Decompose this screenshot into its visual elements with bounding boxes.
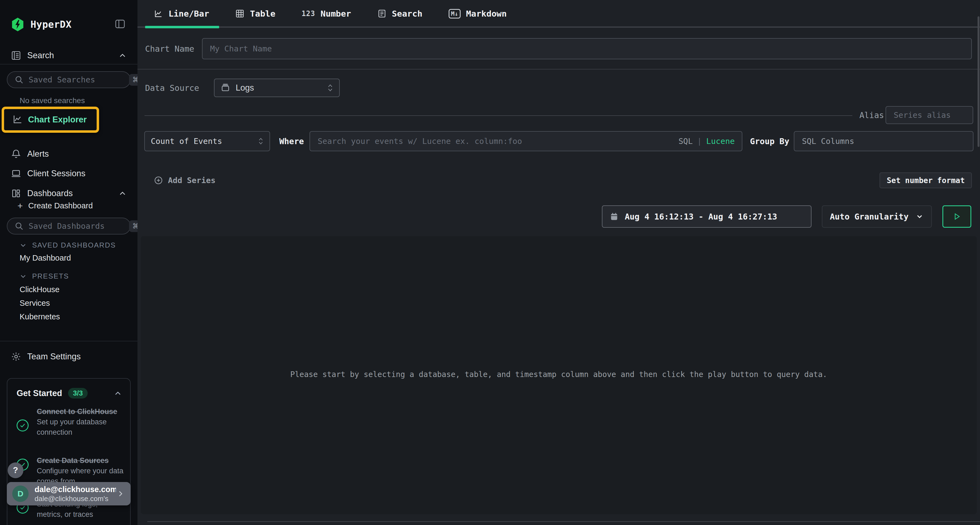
saved-dashboards-search[interactable]: ⌘K	[7, 217, 130, 235]
create-dashboard-label: Create Dashboard	[28, 201, 93, 210]
alias-input[interactable]	[886, 106, 973, 124]
data-source-select[interactable]: Logs	[214, 79, 340, 97]
saved-searches-search[interactable]: ⌘K	[7, 71, 130, 88]
tab-label: Table	[250, 9, 275, 19]
tab-line-bar[interactable]: Line/Bar	[154, 9, 209, 19]
alias-row: Alias	[137, 106, 972, 125]
chevron-right-icon	[116, 489, 125, 498]
chevron-up-icon[interactable]	[118, 51, 127, 60]
tab-label: Search	[392, 9, 423, 19]
chevron-up-icon[interactable]	[113, 389, 123, 398]
tab-table[interactable]: Table	[235, 9, 275, 19]
user-menu[interactable]: D dale@clickhouse.com dale@clickhouse.co…	[7, 482, 130, 505]
play-icon	[953, 213, 961, 220]
sidebar-section-search[interactable]: Search	[0, 48, 137, 63]
alias-fieldbox	[886, 106, 973, 124]
chevron-down-icon	[915, 213, 924, 220]
aggregation-select[interactable]: Count of Events	[144, 131, 270, 151]
chart-name-fieldbox	[202, 38, 972, 59]
tab-markdown[interactable]: M↓ Markdown	[449, 9, 507, 19]
empty-state-message: Please start by selecting a database, ta…	[141, 370, 977, 379]
line-chart-icon	[12, 114, 23, 126]
help-button[interactable]: ?	[8, 462, 24, 478]
laptop-icon	[11, 168, 23, 179]
chevron-up-icon[interactable]	[118, 189, 127, 198]
chart-type-tabs: Line/Bar Table 123 Number Search M↓ Ma	[137, 0, 980, 27]
preset-item-clickhouse[interactable]: ClickHouse	[20, 285, 60, 294]
time-controls-row: Aug 4 16:12:13 - Aug 4 16:27:13 Auto Gra…	[137, 205, 972, 228]
saved-searches-input[interactable]	[29, 75, 129, 84]
preset-item-services[interactable]: Services	[20, 299, 50, 308]
get-started-item-title: Create Data Sources	[37, 455, 125, 466]
search-panel-icon	[11, 50, 23, 61]
add-series-button[interactable]: Add Series	[154, 176, 216, 185]
vertical-scrollbar[interactable]	[978, 16, 980, 147]
data-source-row: Data Source Logs	[145, 79, 340, 97]
date-range-value: Aug 4 16:12:13 - Aug 4 16:27:13	[625, 212, 777, 221]
document-list-icon	[377, 9, 387, 18]
section-presets[interactable]: PRESETS	[19, 272, 69, 281]
saved-dashboards-input[interactable]	[29, 221, 129, 231]
alias-label: Alias	[859, 111, 884, 120]
get-started-item-datasources[interactable]: Create Data Sources Configure where your…	[17, 455, 125, 486]
group-by-label: Group By	[750, 136, 789, 146]
sidebar-collapse-button[interactable]	[113, 17, 127, 30]
sidebar-section-search-label: Search	[27, 51, 54, 60]
select-chevrons-icon	[327, 84, 333, 92]
markdown-icon: M↓	[449, 9, 461, 19]
set-number-format-button[interactable]: Set number format	[880, 173, 972, 188]
get-started-item-connect[interactable]: Connect to ClickHouse Set up your databa…	[17, 406, 125, 438]
chevron-down-icon	[19, 241, 27, 249]
section-saved-dashboards[interactable]: SAVED DASHBOARDS	[19, 241, 116, 249]
sidebar-item-team-settings[interactable]: Team Settings	[0, 349, 137, 364]
chart-preview-panel: Please start by selecting a database, ta…	[141, 236, 977, 514]
app-root: HyperDX Search ⌘K No saved searches	[0, 0, 980, 525]
tab-search[interactable]: Search	[377, 9, 423, 19]
section-divider	[137, 69, 980, 70]
create-dashboard-button[interactable]: + Create Dashboard	[18, 200, 93, 211]
plus-icon: +	[18, 200, 23, 211]
group-by-fieldbox	[794, 131, 974, 151]
avatar: D	[12, 485, 29, 502]
group-by-input[interactable]	[794, 132, 973, 151]
tab-number[interactable]: 123 Number	[302, 9, 351, 19]
lucene-toggle[interactable]: Lucene	[706, 136, 735, 146]
saved-dashboard-item[interactable]: My Dashboard	[20, 254, 71, 262]
event-search-input[interactable]	[310, 132, 678, 151]
sql-toggle[interactable]: SQL	[678, 136, 692, 146]
tab-label: Line/Bar	[169, 9, 209, 19]
circle-plus-icon	[154, 176, 163, 185]
dashboards-icon	[11, 188, 23, 198]
data-source-label: Data Source	[145, 83, 199, 93]
tab-label: Markdown	[466, 9, 507, 19]
granularity-select[interactable]: Auto Granularity	[822, 205, 932, 228]
add-series-label: Add Series	[168, 176, 216, 185]
chart-name-input[interactable]	[202, 39, 971, 59]
sidebar-header: HyperDX	[11, 16, 129, 33]
aggregation-value: Count of Events	[151, 136, 222, 146]
brand-title: HyperDX	[30, 19, 72, 30]
date-range-picker[interactable]: Aug 4 16:12:13 - Aug 4 16:27:13	[602, 205, 811, 228]
sidebar-item-chart-explorer[interactable]: Chart Explorer	[2, 106, 99, 133]
sidebar-item-dashboards-label: Dashboards	[27, 189, 73, 198]
sidebar-item-dashboards[interactable]: Dashboards	[0, 186, 137, 201]
data-source-value: Logs	[236, 83, 254, 93]
get-started-header[interactable]: Get Started 3/3	[17, 388, 123, 398]
search-icon	[14, 75, 24, 84]
question-mark-icon: ?	[13, 465, 18, 475]
sidebar-divider-top	[0, 64, 137, 65]
tab-label: Number	[321, 9, 351, 19]
sidebar-item-alerts-label: Alerts	[27, 149, 49, 159]
run-query-button[interactable]	[942, 205, 971, 228]
where-label: Where	[279, 136, 304, 146]
get-started-title: Get Started	[17, 389, 62, 398]
sidebar-item-chart-explorer-label: Chart Explorer	[28, 115, 87, 125]
check-circle-icon	[17, 419, 29, 431]
sidebar-item-client-sessions[interactable]: Client Sessions	[0, 166, 137, 181]
section-presets-label: PRESETS	[32, 272, 69, 281]
query-language-toggle: SQL | Lucene	[678, 136, 742, 146]
sidebar-item-alerts[interactable]: Alerts	[0, 146, 137, 162]
user-subtitle: dale@clickhouse.com's	[35, 494, 116, 503]
preset-item-kubernetes[interactable]: Kubernetes	[20, 312, 60, 321]
logs-source-icon	[221, 83, 230, 93]
